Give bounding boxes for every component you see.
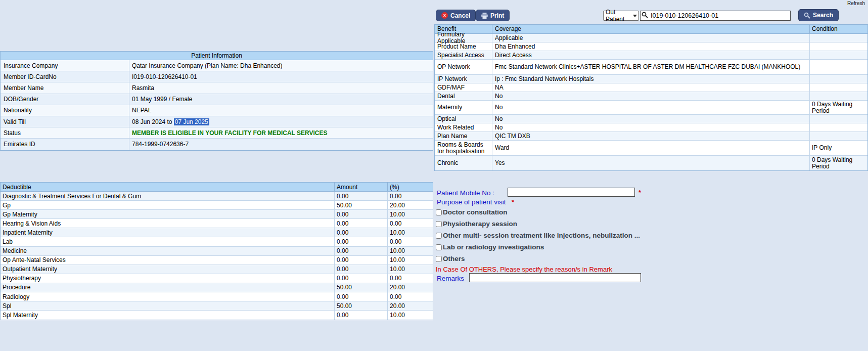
benefit-name: GDF/MAF <box>435 83 492 92</box>
table-row: Radiology 0.00 0.00 <box>1 292 433 301</box>
table-row: IP Network Ip : Fmc Standard Network Hos… <box>435 75 867 83</box>
print-button[interactable]: Print <box>476 10 510 21</box>
refresh-link[interactable]: Refresh <box>847 1 865 6</box>
benefit-name: Maternity <box>435 101 492 114</box>
cancel-button[interactable]: x Cancel <box>436 10 476 21</box>
table-header-row: Benefit Coverage Condition <box>435 25 867 34</box>
field-label: Member Name <box>1 82 129 93</box>
table-row: Medicine 0.00 10.00 <box>1 247 433 256</box>
table-row: Rooms & Boards for hospitalisation Ward … <box>435 141 867 156</box>
benefit-condition <box>809 132 867 140</box>
benefit-coverage: Applicable <box>492 34 809 42</box>
table-row: Maternity No 0 Days Waiting Period <box>435 101 867 115</box>
benefit-coverage: No <box>492 115 809 123</box>
table-row: Status MEMBER IS ELIGIBLE IN YOUR FACILI… <box>1 127 433 139</box>
table-row: Op Ante-Natal Services 0.00 10.00 <box>1 256 433 265</box>
patient-information-table: Insurance Company Qatar Insurance Compan… <box>0 60 433 151</box>
benefit-coverage: Fmc Standard Network Clinics+ASTER HOSPI… <box>492 60 809 74</box>
physiotherapy-session-checkbox[interactable] <box>436 221 442 227</box>
purpose-option-label: Doctor consultation <box>443 208 508 216</box>
deductible-percent: 10.00 <box>387 311 433 320</box>
deductible-amount: 0.00 <box>334 219 387 228</box>
deductible-name: Spl Maternity <box>1 312 334 319</box>
table-row: Inpatient Maternity 0.00 10.00 <box>1 228 433 237</box>
deductible-name: Op Ante-Natal Services <box>1 256 334 264</box>
purpose-option-label: Lab or radiology investigations <box>443 243 544 251</box>
benefit-condition <box>809 123 867 131</box>
deductible-amount: 0.00 <box>334 292 387 301</box>
deductible-percent: 0.00 <box>387 237 433 246</box>
field-label: Member ID-CardNo <box>1 71 129 82</box>
deductible-name: Procedure <box>1 284 334 291</box>
doctor-consultation-checkbox[interactable] <box>436 209 442 215</box>
other-multi-session-checkbox[interactable] <box>436 233 442 239</box>
patient-information-title: Patient Information <box>0 51 433 60</box>
purpose-option: Other multi- session treatment like inje… <box>436 230 640 241</box>
chevron-down-icon <box>633 15 637 17</box>
visit-type-select[interactable]: Out Patient <box>603 11 639 21</box>
benefit-name: Dental <box>435 92 492 100</box>
table-row: Product Name Dha Enhanced <box>435 42 867 51</box>
deductible-amount: 50.00 <box>334 201 387 209</box>
deductible-percent: 0.00 <box>387 219 433 228</box>
deductible-name: Lab <box>1 238 334 245</box>
remarks-input[interactable] <box>469 273 641 282</box>
deductible-name: Spl <box>1 302 334 310</box>
purpose-option-label: Physiotherapy session <box>443 220 517 228</box>
deductible-amount: 0.00 <box>334 274 387 283</box>
printer-icon <box>481 13 488 19</box>
deductible-percent: 10.00 <box>387 256 433 265</box>
deductible-name: Radiology <box>1 293 334 300</box>
deductible-percent: 20.00 <box>387 201 433 209</box>
benefit-condition: 0 Days Waiting Period <box>809 101 867 114</box>
deductible-percent: 10.00 <box>387 228 433 237</box>
deductible-percent: 0.00 <box>387 192 433 200</box>
deductible-amount: 0.00 <box>334 256 387 265</box>
deductible-amount: 0.00 <box>334 247 387 255</box>
valid-till-value: 08 Jun 2024 to 07 Jun 2025 <box>129 116 433 127</box>
purpose-option: Doctor consultation <box>436 206 640 218</box>
benefit-coverage: No <box>492 123 809 131</box>
column-header: Condition <box>809 25 867 33</box>
benefit-coverage: No <box>492 101 809 114</box>
field-label: Insurance Company <box>1 60 129 71</box>
search-button[interactable]: Search <box>798 9 839 21</box>
others-checkbox[interactable] <box>436 256 442 262</box>
benefit-coverage: Ward <box>492 141 809 155</box>
column-header: Coverage <box>492 25 809 33</box>
benefit-coverage: QIC TM DXB <box>492 132 809 140</box>
deductible-percent: 10.00 <box>387 265 433 274</box>
benefit-condition <box>809 92 867 100</box>
benefit-coverage: No <box>492 92 809 100</box>
table-row: Nationality NEPAL <box>1 105 433 116</box>
table-row: Member Name Rasmita <box>1 82 433 94</box>
deductible-name: Outpatient Maternity <box>1 266 334 273</box>
valid-from-text: 08 Jun 2024 to <box>132 118 174 125</box>
field-label: Valid Till <box>1 116 129 127</box>
field-value: Rasmita <box>129 82 433 93</box>
table-row: GDF/MAF NA <box>435 83 867 92</box>
table-row: Work Related No <box>435 123 867 132</box>
search-button-icon <box>804 12 810 19</box>
table-row: Optical No <box>435 115 867 123</box>
table-row: Lab 0.00 0.00 <box>1 237 433 246</box>
benefit-coverage: Dha Enhanced <box>492 42 809 51</box>
others-note-text: In Case Of OTHERS, Please specify the re… <box>436 266 612 273</box>
deductible-table: Deductible Amount (%) Diagnostic & Treat… <box>0 182 433 320</box>
deductible-name: Hearing & Vision Aids <box>1 220 334 227</box>
table-row: Chronic Yes 0 Days Waiting Period <box>435 156 867 170</box>
benefit-name: Formulary Applicable <box>435 34 492 42</box>
search-input[interactable] <box>640 11 791 21</box>
patient-mobile-input[interactable] <box>508 188 635 197</box>
benefit-name: IP Network <box>435 75 492 83</box>
table-row: Outpatient Maternity 0.00 10.00 <box>1 265 433 274</box>
table-row: Member ID-CardNo I019-010-120626410-01 <box>1 71 433 82</box>
field-label: Nationality <box>1 105 129 116</box>
purpose-option-label: Other multi- session treatment like inje… <box>443 232 640 239</box>
mobile-required-asterisk: * <box>638 189 641 196</box>
benefit-condition <box>809 51 867 59</box>
deductible-amount: 0.00 <box>334 237 387 246</box>
lab-radiology-checkbox[interactable] <box>436 244 442 250</box>
print-button-label: Print <box>490 12 504 19</box>
table-row: Gp 50.00 20.00 <box>1 201 433 210</box>
